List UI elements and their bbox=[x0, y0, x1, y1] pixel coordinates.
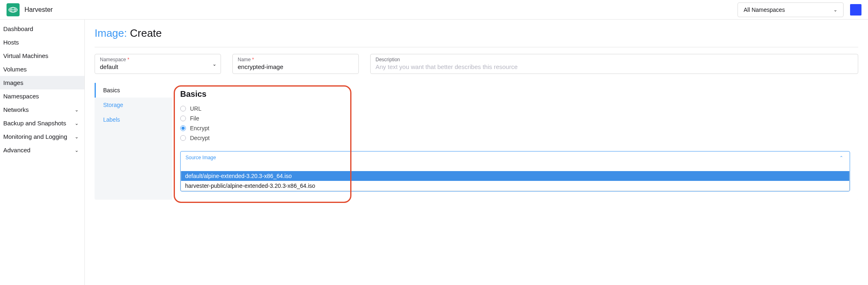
sidebar-item-networks[interactable]: Networks⌄ bbox=[0, 103, 84, 116]
description-field[interactable]: Description Any text you want that bette… bbox=[370, 54, 858, 74]
tab-labels[interactable]: Labels bbox=[95, 112, 172, 127]
chevron-down-icon: ⌄ bbox=[75, 107, 79, 113]
source-image-label: Source Image bbox=[186, 155, 216, 160]
sidebar-item-virtual-machines[interactable]: Virtual Machines bbox=[0, 49, 84, 62]
radio-label: Decrypt bbox=[190, 135, 210, 141]
chevron-down-icon: ⌄ bbox=[75, 120, 79, 126]
dropdown-option[interactable]: default/alpine-extended-3.20.3-x86_64.is… bbox=[181, 171, 849, 181]
sidebar-item-label: Images bbox=[3, 79, 23, 86]
sidebar-item-namespaces[interactable]: Namespaces bbox=[0, 89, 84, 103]
radio-label: File bbox=[190, 115, 199, 122]
vertical-tabs: BasicsStorageLabels bbox=[95, 83, 172, 200]
radio-icon bbox=[180, 116, 186, 121]
harvester-logo-icon bbox=[8, 7, 18, 13]
main-content: Image: Create Namespace * default ⌄ Name… bbox=[85, 20, 868, 285]
source-image-select[interactable]: Source Image ⌃ default/alpine-extended-3… bbox=[180, 151, 850, 191]
namespace-selector-value: All Namespaces bbox=[744, 7, 785, 13]
radio-label: Encrypt bbox=[190, 125, 209, 131]
chevron-up-icon: ⌃ bbox=[839, 155, 845, 160]
sidebar-item-label: Advanced bbox=[3, 147, 31, 154]
sidebar-item-label: Volumes bbox=[3, 66, 27, 73]
source-image-dropdown: default/alpine-extended-3.20.3-x86_64.is… bbox=[181, 171, 850, 191]
brand-logo bbox=[7, 3, 20, 16]
sidebar-item-advanced[interactable]: Advanced⌄ bbox=[0, 143, 84, 157]
radio-url[interactable]: URL bbox=[180, 104, 850, 114]
sidebar-item-volumes[interactable]: Volumes bbox=[0, 62, 84, 76]
tab-basics[interactable]: Basics bbox=[95, 83, 172, 98]
chevron-down-icon: ⌄ bbox=[75, 147, 79, 153]
brand-name: Harvester bbox=[24, 6, 53, 13]
radio-file[interactable]: File bbox=[180, 114, 850, 123]
namespace-selector[interactable]: All Namespaces ⌄ bbox=[738, 2, 844, 17]
sidebar-item-backup-and-snapshots[interactable]: Backup and Snapshots⌄ bbox=[0, 116, 84, 130]
page-title-main: Create bbox=[130, 27, 162, 39]
sidebar-item-label: Dashboard bbox=[3, 25, 33, 32]
sidebar-item-label: Monitoring and Logging bbox=[3, 133, 67, 140]
sidebar-item-label: Hosts bbox=[3, 39, 19, 46]
sidebar-item-hosts[interactable]: Hosts bbox=[0, 36, 84, 49]
radio-decrypt[interactable]: Decrypt bbox=[180, 133, 850, 143]
page-title-prefix: Image: bbox=[95, 27, 127, 39]
name-field[interactable]: Name * encrypted-image bbox=[232, 54, 359, 74]
radio-icon bbox=[180, 106, 186, 111]
radio-icon bbox=[180, 125, 186, 131]
sidebar-item-label: Backup and Snapshots bbox=[3, 120, 66, 127]
radio-label: URL bbox=[190, 105, 201, 112]
chevron-down-icon: ⌄ bbox=[212, 61, 216, 67]
source-type-radio-group: URLFileEncryptDecrypt bbox=[180, 104, 850, 143]
tabbed-panel: BasicsStorageLabels Basics URLFileEncryp… bbox=[95, 83, 858, 200]
chevron-down-icon: ⌄ bbox=[833, 7, 837, 13]
section-title: Basics bbox=[180, 89, 850, 99]
avatar[interactable] bbox=[850, 4, 861, 16]
sidebar-item-monitoring-and-logging[interactable]: Monitoring and Logging⌄ bbox=[0, 130, 84, 143]
sidebar-item-dashboard[interactable]: Dashboard bbox=[0, 22, 84, 36]
page-title: Image: Create bbox=[95, 27, 858, 40]
panel-body: Basics URLFileEncryptDecrypt Source Imag… bbox=[172, 83, 858, 200]
tab-storage[interactable]: Storage bbox=[95, 98, 172, 112]
sidebar-item-images[interactable]: Images bbox=[0, 76, 84, 89]
namespace-field[interactable]: Namespace * default ⌄ bbox=[95, 54, 221, 74]
form-row: Namespace * default ⌄ Name * encrypted-i… bbox=[95, 54, 858, 74]
sidebar-item-label: Virtual Machines bbox=[3, 52, 49, 59]
dropdown-option[interactable]: harvester-public/alpine-extended-3.20.3-… bbox=[181, 181, 849, 191]
app-header: Harvester All Namespaces ⌄ bbox=[0, 0, 868, 20]
chevron-down-icon: ⌄ bbox=[75, 134, 79, 140]
sidebar-item-label: Namespaces bbox=[3, 93, 39, 100]
radio-encrypt[interactable]: Encrypt bbox=[180, 123, 850, 133]
sidebar: DashboardHostsVirtual MachinesVolumesIma… bbox=[0, 20, 85, 285]
sidebar-item-label: Networks bbox=[3, 106, 29, 113]
radio-icon bbox=[180, 135, 186, 141]
